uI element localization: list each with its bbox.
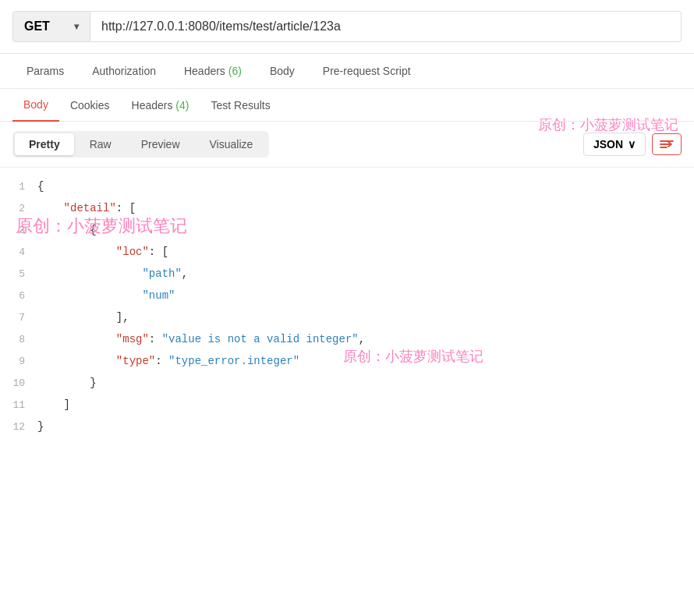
- code-line-7: 7 ],: [0, 308, 694, 330]
- ftab-raw[interactable]: Raw: [76, 133, 126, 155]
- ftab-pretty[interactable]: Pretty: [15, 133, 74, 155]
- tab-headers-request[interactable]: Headers (6): [170, 54, 256, 88]
- json-format-label: JSON: [593, 138, 623, 150]
- method-label: GET: [24, 19, 50, 34]
- wrap-button[interactable]: [652, 133, 682, 155]
- tab-body-request[interactable]: Body: [256, 54, 309, 88]
- tab-headers-response[interactable]: Headers (4): [121, 90, 200, 121]
- tab-cookies[interactable]: Cookies: [59, 90, 121, 121]
- json-format-chevron: ∨: [628, 138, 636, 150]
- code-line-8: 8 "msg": "value is not a valid integer",: [0, 330, 694, 352]
- tab-authorization[interactable]: Authorization: [78, 54, 170, 88]
- code-area: 原创：小菠萝测试笔记 原创：小菠萝测试笔记 1 { 2 "detail": [ …: [0, 168, 694, 480]
- url-input[interactable]: [90, 11, 682, 42]
- code-line-1: 1 {: [0, 177, 694, 199]
- code-line-9: 9 "type": "type_error.integer": [0, 352, 694, 373]
- url-bar: GET ▾: [0, 0, 694, 54]
- format-right: JSON ∨: [583, 133, 682, 156]
- code-line-11: 11 ]: [0, 395, 694, 417]
- method-chevron: ▾: [74, 21, 79, 32]
- code-line-4: 4 "loc": [: [0, 243, 694, 264]
- tab-test-results[interactable]: Test Results: [200, 90, 281, 121]
- json-format-select[interactable]: JSON ∨: [583, 133, 646, 156]
- code-line-2: 2 "detail": [: [0, 199, 694, 221]
- response-tabs: Body Cookies Headers (4) Test Results: [0, 89, 694, 122]
- tab-params[interactable]: Params: [12, 54, 78, 88]
- method-select[interactable]: GET ▾: [12, 11, 90, 42]
- tab-body-response[interactable]: Body: [12, 89, 59, 122]
- code-line-5: 5 "path",: [0, 264, 694, 286]
- ftab-preview[interactable]: Preview: [127, 133, 194, 155]
- ftab-visualize[interactable]: Visualize: [196, 133, 267, 155]
- code-line-10: 10 }: [0, 373, 694, 395]
- code-line-6: 6 "num": [0, 286, 694, 308]
- format-bar: Pretty Raw Preview Visualize JSON ∨: [0, 122, 694, 168]
- code-line-12: 12 }: [0, 417, 694, 439]
- code-line-3: 3 {: [0, 221, 694, 243]
- request-tabs: Params Authorization Headers (6) Body Pr…: [0, 54, 694, 89]
- wrap-icon: [659, 138, 675, 150]
- response-section: Body Cookies Headers (4) Test Results Pr…: [0, 89, 694, 480]
- tab-prerequest[interactable]: Pre-request Script: [309, 54, 425, 88]
- format-tabs: Pretty Raw Preview Visualize: [12, 131, 269, 158]
